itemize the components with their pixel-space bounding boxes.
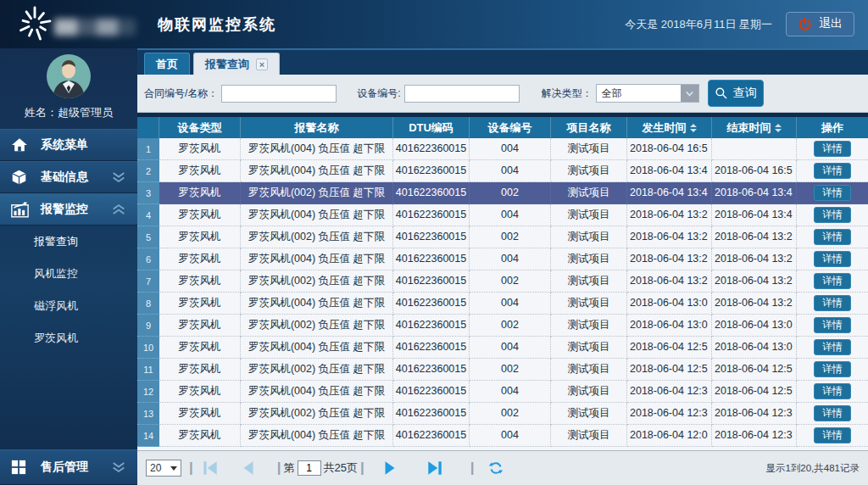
page-size-select[interactable]: 20 bbox=[146, 460, 181, 477]
table-row[interactable]: 9 罗茨风机 罗茨风机(002) 负压值 超下限 401622360015 00… bbox=[137, 315, 868, 337]
sidebar-item-alarm-monitor[interactable]: 报警监控 bbox=[0, 193, 137, 226]
detail-button[interactable]: 详情 bbox=[814, 229, 851, 245]
cell-alarm-name: 罗茨风机(004) 负压值 超下限 bbox=[241, 204, 393, 226]
main-panel: 首页 报警查询 × 合同编号/名称： 设备编号: 解决类型： 全部 bbox=[137, 48, 868, 485]
sidebar-item-basic-info[interactable]: 基础信息 bbox=[0, 161, 137, 193]
sort-arrows-icon[interactable] bbox=[690, 124, 697, 132]
column-header-start-time[interactable]: 发生时间 bbox=[627, 117, 712, 138]
cell-dtu-code: 401622360015 bbox=[393, 403, 470, 425]
page-suffix: 共25页 bbox=[324, 460, 358, 476]
cell-device-no: 004 bbox=[470, 293, 551, 315]
cell-end-time: 2018-06-04 12:5 bbox=[712, 359, 797, 381]
cell-device-no: 004 bbox=[470, 381, 551, 403]
sidebar: 姓名：超级管理员 系统菜单 基础信息 bbox=[0, 48, 137, 485]
column-header-dtu-code: DTU编码 bbox=[393, 117, 470, 138]
refresh-icon[interactable] bbox=[487, 460, 504, 477]
sidebar-item-aftersale[interactable]: 售后管理 bbox=[0, 449, 137, 485]
search-button[interactable]: 查询 bbox=[708, 80, 764, 107]
detail-button[interactable]: 详情 bbox=[814, 427, 851, 443]
table-row[interactable]: 2 罗茨风机 罗茨风机(004) 负压值 超下限 401622360015 00… bbox=[137, 160, 868, 182]
cell-dtu-code: 401622360015 bbox=[393, 204, 470, 226]
row-number: 13 bbox=[137, 403, 159, 425]
row-number: 12 bbox=[137, 381, 159, 403]
sidebar-item-fan-monitor[interactable]: 风机监控 bbox=[0, 258, 137, 290]
cell-alarm-name: 罗茨风机(004) 负压值 超下限 bbox=[241, 138, 393, 160]
prev-page-icon[interactable] bbox=[239, 459, 258, 477]
first-page-icon[interactable] bbox=[201, 459, 220, 477]
detail-button[interactable]: 详情 bbox=[814, 383, 851, 399]
cell-start-time: 2018-06-04 12:3 bbox=[627, 403, 712, 425]
table-row[interactable]: 6 罗茨风机 罗茨风机(004) 负压值 超下限 401622360015 00… bbox=[137, 248, 868, 270]
cell-device-type: 罗茨风机 bbox=[159, 182, 241, 204]
detail-button[interactable]: 详情 bbox=[814, 273, 851, 289]
cell-start-time: 2018-06-04 12:5 bbox=[627, 359, 712, 381]
table-row[interactable]: 13 罗茨风机 罗茨风机(002) 负压值 超下限 401622360015 0… bbox=[137, 403, 868, 425]
page-prefix: 第 bbox=[284, 460, 295, 476]
sort-arrows-icon[interactable] bbox=[775, 124, 782, 132]
close-icon[interactable]: × bbox=[256, 59, 268, 70]
detail-button[interactable]: 详情 bbox=[814, 339, 851, 355]
contract-input[interactable] bbox=[221, 85, 337, 103]
column-header-end-time[interactable]: 结束时间 bbox=[712, 117, 797, 138]
detail-button[interactable]: 详情 bbox=[814, 163, 851, 179]
sidebar-item-alarm-query[interactable]: 报警查询 bbox=[0, 226, 137, 258]
detail-button[interactable]: 详情 bbox=[814, 207, 851, 223]
detail-button[interactable]: 详情 bbox=[814, 405, 851, 421]
row-number: 10 bbox=[137, 337, 159, 359]
chevron-down-icon bbox=[111, 462, 126, 473]
next-page-icon[interactable] bbox=[381, 459, 399, 477]
sidebar-item-maglev-fan[interactable]: 磁浮风机 bbox=[0, 290, 137, 322]
table-row[interactable]: 8 罗茨风机 罗茨风机(004) 负压值 超下限 401622360015 00… bbox=[137, 293, 868, 315]
cell-project: 测试项目 bbox=[551, 270, 627, 293]
table-row[interactable]: 10 罗茨风机 罗茨风机(004) 负压值 超下限 401622360015 0… bbox=[137, 337, 868, 359]
table-row[interactable]: 4 罗茨风机 罗茨风机(004) 负压值 超下限 401622360015 00… bbox=[137, 204, 868, 226]
cell-dtu-code: 401622360015 bbox=[393, 315, 470, 337]
cell-start-time: 2018-06-04 13:0 bbox=[627, 293, 712, 315]
cell-project: 测试项目 bbox=[551, 425, 627, 447]
column-header-rownum bbox=[137, 117, 159, 138]
sidebar-item-system-menu[interactable]: 系统菜单 bbox=[0, 129, 137, 161]
row-number: 7 bbox=[137, 270, 159, 293]
table-row[interactable]: 5 罗茨风机 罗茨风机(002) 负压值 超下限 401622360015 00… bbox=[137, 226, 868, 248]
solve-type-select[interactable]: 全部 bbox=[596, 84, 699, 103]
row-number: 9 bbox=[137, 315, 159, 337]
last-page-icon[interactable] bbox=[426, 459, 444, 477]
table-row[interactable]: 14 罗茨风机 罗茨风机(004) 负压值 超下限 401622360015 0… bbox=[137, 425, 868, 447]
tab-alarm-query[interactable]: 报警查询 × bbox=[193, 53, 280, 75]
cell-end-time: 2018-06-04 13:2 bbox=[712, 248, 797, 270]
cell-end-time: 2018-06-04 13:0 bbox=[712, 315, 797, 337]
detail-button[interactable]: 详情 bbox=[814, 251, 851, 267]
device-no-input[interactable] bbox=[404, 85, 520, 103]
detail-button[interactable]: 详情 bbox=[814, 185, 851, 201]
chevron-down-icon[interactable] bbox=[681, 85, 698, 102]
avatar bbox=[47, 54, 91, 102]
table-row[interactable]: 12 罗茨风机 罗茨风机(004) 负压值 超下限 401622360015 0… bbox=[137, 381, 868, 403]
caret-down-icon bbox=[170, 466, 177, 471]
cell-end-time: 2018-06-04 13:0 bbox=[712, 337, 797, 359]
detail-button[interactable]: 详情 bbox=[814, 317, 851, 333]
table-row[interactable]: 1 罗茨风机 罗茨风机(004) 负压值 超下限 401622360015 00… bbox=[137, 138, 868, 160]
cell-dtu-code: 401622360015 bbox=[393, 425, 470, 447]
sidebar-item-roots-fan[interactable]: 罗茨风机 bbox=[0, 322, 137, 354]
cell-device-no: 004 bbox=[470, 248, 551, 270]
chevron-down-icon bbox=[111, 172, 126, 183]
logout-button[interactable]: 退出 bbox=[786, 12, 854, 36]
cell-start-time: 2018-06-04 12:5 bbox=[627, 337, 712, 359]
row-number: 2 bbox=[137, 160, 159, 182]
tab-home[interactable]: 首页 bbox=[144, 53, 190, 75]
cell-alarm-name: 罗茨风机(004) 负压值 超下限 bbox=[241, 248, 393, 270]
table-row[interactable]: 11 罗茨风机 罗茨风机(002) 负压值 超下限 401622360015 0… bbox=[137, 359, 868, 381]
cell-dtu-code: 401622360015 bbox=[393, 160, 470, 182]
cell-project: 测试项目 bbox=[551, 226, 627, 248]
table-row[interactable]: 3 罗茨风机 罗茨风机(002) 负压值 超下限 401622360015 00… bbox=[137, 182, 868, 204]
detail-button[interactable]: 详情 bbox=[814, 141, 851, 157]
detail-button[interactable]: 详情 bbox=[814, 361, 851, 377]
cell-device-no: 004 bbox=[470, 204, 551, 226]
table-row[interactable]: 7 罗茨风机 罗茨风机(002) 负压值 超下限 401622360015 00… bbox=[137, 270, 868, 293]
detail-button[interactable]: 详情 bbox=[814, 295, 851, 311]
cell-device-type: 罗茨风机 bbox=[159, 425, 241, 447]
iot-monitor-app: 物联网监控系统 今天是 2018年6月11日 星期一 退出 bbox=[0, 0, 868, 485]
cell-alarm-name: 罗茨风机(002) 负压值 超下限 bbox=[241, 182, 393, 204]
cell-end-time: 2018-06-04 13:4 bbox=[712, 204, 797, 226]
page-number-input[interactable] bbox=[298, 460, 321, 476]
